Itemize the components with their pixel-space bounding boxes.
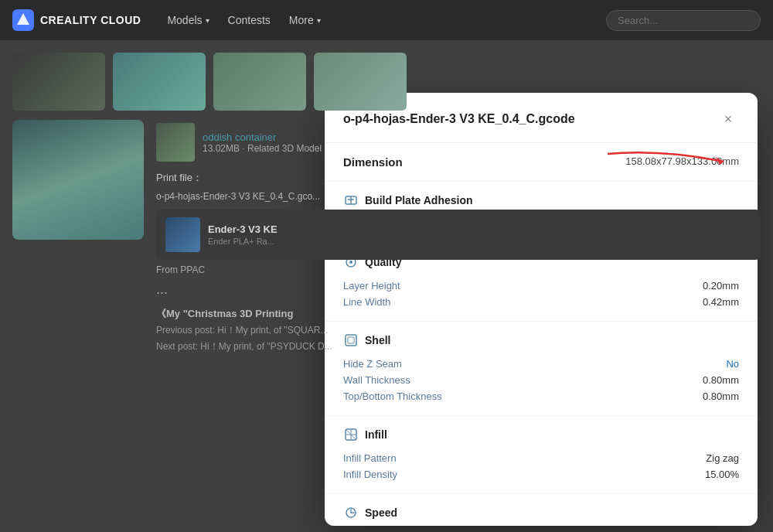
thumbnail-row <box>12 53 761 111</box>
left-info: oddish container 13.02MB · Related 3D Mo… <box>156 120 761 353</box>
thumb-1 <box>12 53 105 111</box>
logo-icon <box>12 9 34 31</box>
search-input[interactable] <box>606 10 761 31</box>
logo: CREALITY CLOUD <box>12 9 141 31</box>
left-content: oddish container 13.02MB · Related 3D Mo… <box>12 120 761 353</box>
printer-box: Ender-3 V3 KE Ender PLA+ Ra... <box>156 210 761 260</box>
related-row: oddish container 13.02MB · Related 3D Mo… <box>156 123 761 162</box>
thumb-4 <box>314 53 407 111</box>
related-thumb <box>156 123 195 162</box>
logo-text: CREALITY CLOUD <box>40 14 141 26</box>
bottom-sub2: Next post: Hi！My print, of "PSYDUCK D... <box>156 340 761 353</box>
chevron-down-icon: ▾ <box>206 16 209 25</box>
printer-thumb <box>165 217 200 252</box>
bottom-sub1: Previous post: Hi！My print, of "SQUAR... <box>156 324 761 337</box>
file-name: o-p4-hojas-Ender-3 V3 KE_0.4_C.gco... <box>156 191 761 202</box>
nav-items: Models ▾ Contests More ▾ <box>159 9 328 31</box>
printer-source: From PPAC <box>156 264 761 275</box>
ellipsis: ... <box>156 281 761 298</box>
bottom-title: 《My "Christmas 3D Printing <box>156 307 761 321</box>
from-the-text: From the Po <box>686 93 758 107</box>
chevron-down-icon-more: ▾ <box>317 16 321 25</box>
navbar: CREALITY CLOUD Models ▾ Contests More ▾ <box>0 0 773 40</box>
related-meta: 13.02MB · Related 3D Model <box>203 143 322 154</box>
bg-content: From the Po oddish container 13.02MB · R… <box>0 40 773 532</box>
thumb-2 <box>113 53 206 111</box>
nav-models[interactable]: Models ▾ <box>159 9 216 31</box>
print-file-label: Print file： <box>156 171 761 185</box>
related-title[interactable]: oddish container <box>203 131 322 143</box>
printer-sub: Ender PLA+ Ra... <box>208 237 278 246</box>
thumb-3 <box>213 53 306 111</box>
printer-name: Ender-3 V3 KE <box>208 223 278 235</box>
printer-info: Ender-3 V3 KE Ender PLA+ Ra... <box>208 223 278 246</box>
nav-contests[interactable]: Contests <box>220 9 278 31</box>
nav-more[interactable]: More ▾ <box>281 9 329 31</box>
main-image <box>12 120 144 240</box>
